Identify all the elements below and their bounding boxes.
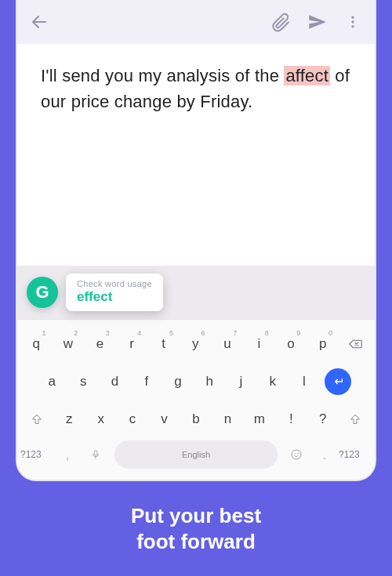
grammarly-badge-icon[interactable]: G (27, 277, 58, 308)
key-y[interactable]: 6y (181, 328, 210, 360)
backspace-key[interactable] (340, 328, 370, 360)
symbols-key-left[interactable]: ?123 (20, 449, 53, 460)
key-m[interactable]: m (245, 403, 274, 436)
shift-key-left[interactable] (22, 403, 52, 436)
mic-icon[interactable] (82, 449, 110, 460)
spacebar[interactable]: English (114, 440, 278, 469)
key-v[interactable]: v (150, 403, 178, 436)
more-icon[interactable] (342, 11, 364, 33)
key-e[interactable]: 3e (85, 328, 114, 360)
key-u[interactable]: 7u (213, 328, 242, 360)
key-l[interactable]: l (290, 365, 318, 398)
svg-point-1 (351, 20, 354, 23)
svg-point-0 (351, 16, 354, 19)
suggestion-label: Check word usage (77, 279, 152, 288)
key-p[interactable]: 0p (308, 328, 337, 360)
key-n[interactable]: n (213, 403, 241, 436)
promo-screen: I'll send you my analysis of the affect … (0, 0, 392, 576)
message-content[interactable]: I'll send you my analysis of the affect … (17, 44, 375, 319)
shift-key-right[interactable] (340, 403, 370, 436)
key-x[interactable]: x (86, 403, 114, 436)
key-f[interactable]: f (132, 365, 161, 398)
period-key[interactable]: . (310, 448, 339, 462)
key-i[interactable]: 8i (245, 328, 274, 360)
enter-key[interactable] (325, 368, 351, 395)
emoji-icon[interactable] (282, 448, 310, 461)
tagline-text: Put your best foot forward (131, 503, 261, 554)
suggestion-bar: G Check word usage effect (17, 266, 375, 319)
key-j[interactable]: j (227, 365, 255, 398)
send-icon[interactable] (306, 11, 328, 33)
highlighted-error[interactable]: affect (284, 66, 330, 85)
key-q[interactable]: 1q (22, 328, 51, 360)
svg-point-5 (294, 453, 295, 454)
key-c[interactable]: c (118, 403, 147, 436)
svg-point-2 (351, 25, 354, 27)
key-r[interactable]: 4r (118, 328, 147, 360)
keyboard: 1q2w3e4r5t6y7u8i9o0p asdfghjkl zxcvbnm!? (17, 319, 375, 480)
key-b[interactable]: b (182, 403, 210, 436)
symbols-key-right[interactable]: ?123 (339, 449, 372, 460)
suggestion-word: effect (77, 289, 152, 305)
keyboard-row-4: ?123 , English . ?123 (20, 440, 372, 469)
keyboard-row-2: asdfghjkl (20, 365, 372, 398)
key-g[interactable]: g (164, 365, 192, 398)
message-before: I'll send you my analysis of the (41, 66, 279, 85)
key-t[interactable]: 5t (149, 328, 178, 360)
key-d[interactable]: d (100, 365, 129, 398)
key-?[interactable]: ? (309, 403, 337, 436)
promo-tagline: Put your best foot forward (0, 481, 392, 576)
svg-point-4 (292, 450, 301, 459)
svg-point-6 (297, 453, 298, 454)
keyboard-row-3: zxcvbnm!? (20, 403, 372, 436)
key-o[interactable]: 9o (277, 328, 306, 360)
key-z[interactable]: z (55, 403, 83, 436)
phone-frame: I'll send you my analysis of the affect … (16, 0, 376, 481)
key-w[interactable]: 2w (54, 328, 83, 360)
key-![interactable]: ! (277, 403, 305, 436)
key-s[interactable]: s (69, 365, 97, 398)
keyboard-row-1: 1q2w3e4r5t6y7u8i9o0p (20, 328, 372, 360)
key-k[interactable]: k (259, 365, 287, 398)
back-icon[interactable] (28, 11, 50, 33)
svg-rect-3 (94, 451, 97, 455)
message-text: I'll send you my analysis of the affect … (41, 63, 351, 114)
suggestion-card[interactable]: Check word usage effect (66, 274, 163, 311)
key-h[interactable]: h (195, 365, 223, 398)
comma-key[interactable]: , (53, 448, 82, 462)
app-header (17, 0, 375, 44)
attachment-icon[interactable] (270, 11, 292, 33)
key-a[interactable]: a (38, 365, 66, 398)
